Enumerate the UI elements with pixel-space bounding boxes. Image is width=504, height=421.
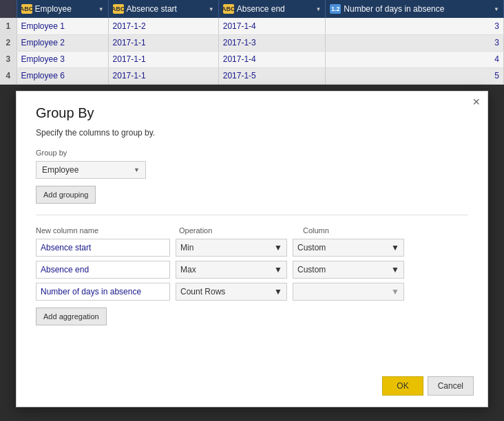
col-header-employee[interactable]: ABC Employee ▼ [17,0,108,18]
agg-op-value-2: Max [180,265,196,274]
col-label-absence-start: Absence start [127,4,177,14]
agg-col-arrow-icon-1: ▼ [391,243,399,252]
row-num: 2 [0,34,17,51]
cell-num-days: 3 [326,18,504,34]
cancel-button[interactable]: Cancel [428,376,474,396]
ok-button[interactable]: OK [382,376,423,396]
agg-header-name: New column name [36,226,174,235]
col-dropdown-absence-end[interactable]: ▼ [315,6,321,12]
col-label-num-days: Number of days in absence [344,4,444,14]
cell-employee: Employee 2 [17,34,108,51]
cell-employee: Employee 1 [17,18,108,34]
agg-col-value-1: Custom [297,243,326,252]
col-dropdown-num-days[interactable]: ▼ [494,6,499,12]
agg-col-select-3[interactable]: ▼ [293,283,404,301]
cell-absence-start: 2017-1-1 [108,67,218,84]
agg-row-3: Count Rows ▼ ▼ [36,283,468,301]
cell-absence-end: 2017-1-4 [218,51,326,67]
table-row: 2 Employee 2 2017-1-1 2017-1-3 3 [0,34,504,51]
agg-header-operation: Operation [179,226,297,235]
add-grouping-button[interactable]: Add grouping [36,186,96,204]
agg-name-input-3[interactable] [36,283,170,301]
dialog-overlay: ✕ Group By Specify the columns to group … [0,88,504,421]
aggregation-section: New column name Operation Column Min ▼ C… [36,226,468,325]
agg-op-arrow-icon-3: ▼ [274,287,282,296]
cell-absence-start: 2017-1-1 [108,51,218,67]
agg-col-arrow-icon-3: ▼ [391,287,399,296]
table-row: 4 Employee 6 2017-1-1 2017-1-5 5 [0,67,504,84]
add-aggregation-button[interactable]: Add aggregation [36,307,107,325]
group-by-select[interactable]: Employee ▼ [36,161,146,179]
agg-col-arrow-icon-2: ▼ [391,265,399,274]
table-row: 3 Employee 3 2017-1-1 2017-1-4 4 [0,51,504,67]
col-header-absence-end[interactable]: ABC Absence end ▼ [218,0,326,18]
col-header-num-days[interactable]: 1.2 Number of days in absence ▼ [326,0,504,18]
row-num: 4 [0,67,17,84]
cell-num-days: 3 [326,34,504,51]
agg-name-input-1[interactable] [36,239,170,257]
table-row: 1 Employee 1 2017-1-2 2017-1-4 3 [0,18,504,34]
dialog-footer: OK Cancel [382,376,474,396]
num-icon-num-days: 1.2 [330,4,341,14]
agg-col-value-2: Custom [297,265,326,274]
col-header-absence-start[interactable]: ABC Absence start ▼ [108,0,218,18]
cell-absence-start: 2017-1-2 [108,18,218,34]
row-num: 1 [0,18,17,34]
agg-header-column: Column [303,226,421,235]
row-num: 3 [0,51,17,67]
dialog-close-button[interactable]: ✕ [472,97,481,107]
agg-op-select-1[interactable]: Min ▼ [176,239,287,257]
cell-absence-end: 2017-1-4 [218,18,326,34]
agg-row-2: Max ▼ Custom ▼ [36,261,468,279]
cell-employee: Employee 6 [17,67,108,84]
agg-col-select-2[interactable]: Custom ▼ [293,261,404,279]
abc-icon-employee: ABC [21,4,32,14]
cell-absence-end: 2017-1-5 [218,67,326,84]
group-by-arrow-icon: ▼ [134,166,140,173]
agg-name-input-2[interactable] [36,261,170,279]
dialog-subtitle: Specify the columns to group by. [36,128,468,138]
abc-icon-absence-start: ABC [113,4,124,14]
group-by-dialog: ✕ Group By Specify the columns to group … [16,91,488,407]
agg-row-1: Min ▼ Custom ▼ [36,239,468,257]
cell-employee: Employee 3 [17,51,108,67]
agg-op-arrow-icon-1: ▼ [274,243,282,252]
cell-absence-start: 2017-1-1 [108,34,218,51]
agg-op-arrow-icon-2: ▼ [274,265,282,274]
cell-num-days: 4 [326,51,504,67]
table-area: ABC Employee ▼ ABC Absence start ▼ ABC [0,0,504,88]
agg-op-value-3: Count Rows [180,287,225,296]
agg-op-select-2[interactable]: Max ▼ [176,261,287,279]
data-table: ABC Employee ▼ ABC Absence start ▼ ABC [0,0,504,85]
col-dropdown-employee[interactable]: ▼ [98,6,104,12]
cell-absence-end: 2017-1-3 [218,34,326,51]
agg-op-select-3[interactable]: Count Rows ▼ [176,283,287,301]
col-label-employee: Employee [35,4,72,14]
agg-op-value-1: Min [180,243,193,252]
dialog-title: Group By [36,105,468,121]
group-by-row: Employee ▼ [36,161,468,179]
divider [36,215,468,215]
cell-num-days: 5 [326,67,504,84]
col-label-absence-end: Absence end [237,4,285,14]
agg-headers: New column name Operation Column [36,226,468,235]
agg-col-select-1[interactable]: Custom ▼ [293,239,404,257]
group-by-label: Group by [36,149,468,157]
group-by-value: Employee [42,165,78,175]
col-dropdown-absence-start[interactable]: ▼ [209,6,214,12]
abc-icon-absence-end: ABC [223,4,234,14]
